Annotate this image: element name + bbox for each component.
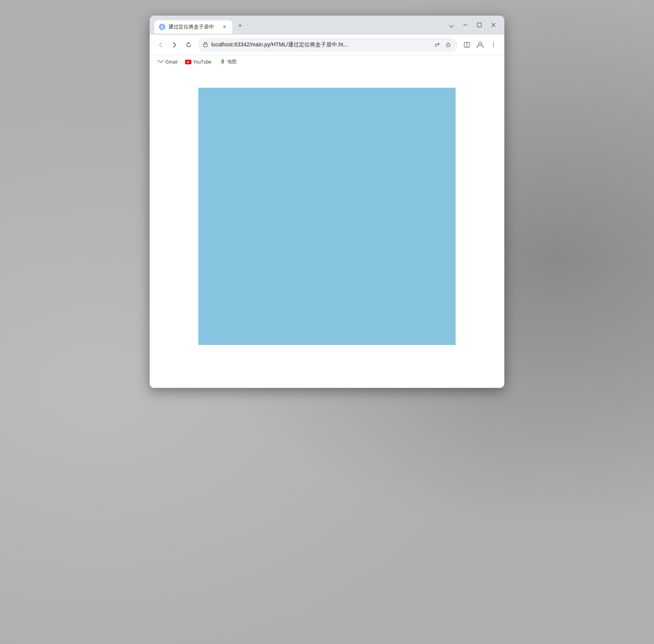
- restore-button[interactable]: [445, 19, 458, 31]
- new-tab-button[interactable]: +: [234, 19, 246, 32]
- svg-point-15: [493, 44, 494, 46]
- split-view-button[interactable]: [461, 39, 473, 51]
- forward-button[interactable]: [168, 39, 181, 51]
- security-icon: [203, 42, 208, 48]
- minimize-button[interactable]: [459, 19, 472, 31]
- url-display: localhost:63342/main.py/HTML/通过定位将盒子居中.h…: [211, 41, 430, 48]
- tab-favicon: [159, 24, 165, 30]
- maps-icon: [219, 59, 226, 65]
- close-button[interactable]: [487, 19, 500, 31]
- bookmark-youtube[interactable]: YouTube: [182, 57, 214, 67]
- reload-button[interactable]: [182, 39, 195, 51]
- address-bar-actions: [433, 40, 453, 50]
- svg-point-16: [493, 46, 494, 48]
- bookmark-gmail-label: Gmail: [165, 59, 177, 65]
- svg-rect-9: [203, 44, 207, 47]
- navigation-bar: localhost:63342/main.py/HTML/通过定位将盒子居中.h…: [150, 34, 504, 55]
- browser-window: 通过定位将盒子居中 ✕ +: [150, 16, 504, 388]
- content-area: [150, 68, 504, 388]
- profile-button[interactable]: [474, 39, 486, 51]
- tab-close-button[interactable]: ✕: [221, 24, 228, 30]
- tab-title: 通过定位将盒子居中: [168, 23, 218, 30]
- gmail-icon: [157, 59, 164, 65]
- bookmark-youtube-label: YouTube: [193, 59, 211, 65]
- more-menu-button[interactable]: [487, 39, 500, 51]
- address-bar[interactable]: localhost:63342/main.py/HTML/通过定位将盒子居中.h…: [198, 38, 458, 52]
- youtube-icon: [185, 59, 191, 65]
- svg-marker-10: [446, 42, 451, 47]
- back-button[interactable]: [154, 39, 167, 51]
- svg-rect-6: [477, 23, 481, 27]
- title-bar: 通过定位将盒子居中 ✕ +: [150, 16, 504, 34]
- share-button[interactable]: [433, 40, 442, 50]
- active-tab[interactable]: 通过定位将盒子居中 ✕: [154, 20, 232, 34]
- svg-point-14: [493, 42, 494, 44]
- bookmark-maps[interactable]: 地图: [216, 57, 240, 67]
- toolbar-actions: [461, 39, 500, 51]
- svg-rect-17: [158, 60, 163, 64]
- maximize-button[interactable]: [473, 19, 486, 31]
- bookmarks-bar: Gmail YouTube 地图: [150, 55, 504, 68]
- bookmark-star-button[interactable]: [444, 40, 453, 50]
- window-controls: [445, 19, 500, 34]
- bookmark-gmail[interactable]: Gmail: [154, 57, 180, 67]
- centered-box: [198, 88, 456, 345]
- bookmark-maps-label: 地图: [227, 58, 237, 65]
- tab-area: 通过定位将盒子居中 ✕ +: [154, 19, 445, 34]
